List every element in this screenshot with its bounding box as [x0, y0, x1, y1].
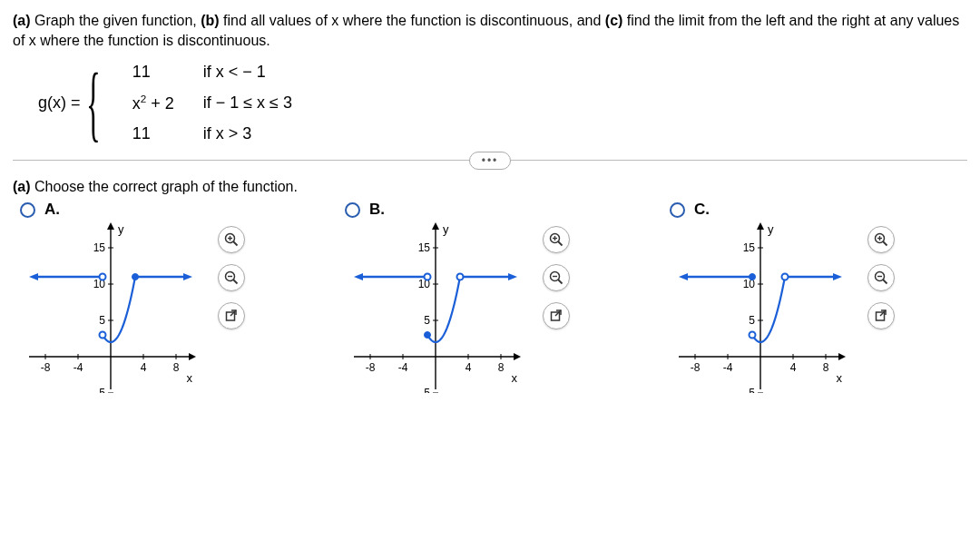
zoom-out-icon[interactable] — [867, 264, 895, 291]
choice-c: C. yx-8-44815105-5 — [670, 201, 895, 393]
piece-cond: if x < − 1 — [203, 63, 266, 82]
graph-c-tools — [867, 226, 895, 329]
zoom-in-icon[interactable] — [867, 226, 895, 253]
svg-marker-78 — [838, 353, 846, 360]
part-a-instruction: (a) Choose the correct graph of the func… — [13, 179, 967, 195]
part-a-instruction-text: Choose the correct graph of the function… — [31, 179, 298, 194]
graph-a-tools — [218, 226, 245, 329]
svg-marker-61 — [354, 273, 363, 280]
piece-cond: if x > 3 — [203, 124, 252, 143]
svg-line-30 — [233, 241, 238, 246]
part-a-text: Graph the given function, — [31, 13, 201, 28]
svg-line-107 — [883, 241, 887, 246]
svg-text:-8: -8 — [691, 361, 701, 374]
svg-line-34 — [233, 280, 238, 284]
zoom-out-icon[interactable] — [218, 264, 245, 291]
svg-point-103 — [750, 274, 756, 280]
svg-text:15: 15 — [418, 241, 431, 254]
radio-a[interactable] — [20, 202, 35, 218]
svg-marker-25 — [183, 273, 192, 280]
svg-text:-4: -4 — [74, 361, 83, 374]
piece-cond: if − 1 ≤ x ≤ 3 — [203, 93, 292, 113]
svg-text:y: y — [118, 222, 124, 236]
svg-point-28 — [132, 274, 139, 280]
svg-text:-8: -8 — [41, 361, 51, 374]
svg-text:-4: -4 — [723, 361, 733, 374]
svg-point-26 — [100, 274, 106, 280]
svg-text:4: 4 — [141, 361, 147, 374]
graph-b: yx-8-44815105-5 — [345, 221, 526, 393]
function-name: g(x) = — [38, 93, 81, 113]
part-a-tag: (a) — [13, 13, 31, 28]
piece-expr: x2 + 2 — [132, 93, 198, 113]
svg-text:5: 5 — [99, 314, 105, 327]
svg-marker-23 — [29, 273, 38, 280]
svg-text:x: x — [837, 371, 843, 385]
choices-row: A. yx-8-44815105-5 B. yx-8-44815105-5 — [13, 201, 967, 393]
piece-expr: 11 — [132, 63, 198, 82]
svg-marker-3 — [107, 222, 114, 230]
choice-a-label: A. — [44, 201, 60, 219]
svg-marker-39 — [514, 353, 521, 360]
brace-icon: { — [86, 67, 101, 140]
svg-text:-5: -5 — [95, 387, 105, 393]
svg-text:-5: -5 — [745, 387, 755, 393]
piece-row: 11 if x > 3 — [132, 124, 292, 143]
svg-text:8: 8 — [498, 361, 505, 374]
graph-b-tools — [543, 226, 570, 329]
popout-icon[interactable] — [867, 302, 895, 329]
zoom-in-icon[interactable] — [218, 226, 245, 253]
svg-marker-1 — [189, 353, 196, 360]
choice-c-label: C. — [694, 201, 710, 219]
svg-text:4: 4 — [790, 361, 797, 374]
part-c-tag: (c) — [605, 13, 623, 28]
svg-text:x: x — [512, 371, 518, 385]
part-b-text: find all values of x where the function … — [220, 13, 605, 28]
svg-text:y: y — [443, 222, 449, 236]
svg-line-69 — [558, 241, 563, 246]
question-prompt: (a) Graph the given function, (b) find a… — [13, 11, 967, 50]
part-b-tag: (b) — [201, 13, 219, 28]
svg-text:5: 5 — [424, 314, 430, 327]
radio-c[interactable] — [670, 202, 685, 218]
svg-marker-63 — [508, 273, 517, 280]
svg-text:-4: -4 — [398, 361, 408, 374]
svg-point-64 — [425, 274, 431, 280]
svg-text:-5: -5 — [420, 387, 430, 393]
choice-b-label: B. — [369, 201, 385, 219]
radio-b[interactable] — [345, 202, 360, 218]
svg-text:5: 5 — [749, 314, 755, 327]
svg-marker-41 — [432, 222, 439, 230]
svg-text:x: x — [187, 371, 193, 385]
svg-point-27 — [100, 332, 106, 339]
popout-icon[interactable] — [218, 302, 245, 329]
piece-row: 11 if x < − 1 — [132, 63, 292, 82]
svg-text:8: 8 — [173, 361, 180, 374]
function-definition: g(x) = { 11 if x < − 1 x2 + 2 if − 1 ≤ x… — [38, 63, 967, 143]
svg-marker-80 — [757, 222, 764, 230]
svg-text:y: y — [768, 222, 774, 236]
more-button[interactable]: ••• — [469, 152, 511, 170]
choice-a: A. yx-8-44815105-5 — [20, 201, 245, 393]
zoom-in-icon[interactable] — [543, 226, 570, 253]
svg-text:15: 15 — [743, 241, 756, 254]
part-a-label: (a) — [13, 179, 31, 194]
choice-b: B. yx-8-44815105-5 — [345, 201, 570, 393]
svg-line-73 — [558, 280, 563, 284]
svg-point-105 — [782, 274, 789, 280]
svg-point-65 — [425, 332, 431, 339]
svg-text:-8: -8 — [366, 361, 376, 374]
svg-marker-102 — [833, 273, 842, 280]
svg-text:8: 8 — [823, 361, 829, 374]
piece-expr: 11 — [132, 124, 198, 143]
svg-point-67 — [457, 274, 464, 280]
zoom-out-icon[interactable] — [543, 264, 570, 291]
svg-text:4: 4 — [466, 361, 472, 374]
graph-c: yx-8-44815105-5 — [670, 221, 851, 393]
popout-icon[interactable] — [543, 302, 570, 329]
piece-row: x2 + 2 if − 1 ≤ x ≤ 3 — [132, 93, 292, 113]
svg-text:15: 15 — [93, 241, 106, 254]
svg-line-111 — [883, 280, 887, 284]
svg-point-104 — [750, 332, 756, 339]
graph-a: yx-8-44815105-5 — [20, 221, 201, 393]
